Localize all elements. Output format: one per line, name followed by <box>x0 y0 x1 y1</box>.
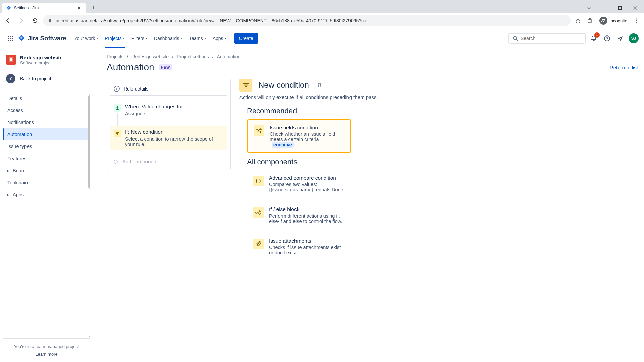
sidebar-item-toolchain[interactable]: Toolchain <box>3 177 90 189</box>
filter-icon <box>239 79 252 92</box>
user-avatar[interactable]: SJ <box>629 33 639 43</box>
rule-step-when[interactable]: When: Value changes for Assignee <box>110 100 227 120</box>
close-button[interactable] <box>628 3 643 13</box>
sidebar-scrollbar[interactable]: ▴ ▾ <box>88 92 90 338</box>
nav-apps[interactable]: Apps▾ <box>210 33 229 44</box>
project-header[interactable]: Redesign website Software project <box>3 55 90 65</box>
breadcrumbs: Projects/ Redesign website/ Project sett… <box>107 54 638 59</box>
component-advanced-compare[interactable]: Advanced compare condition Compares two … <box>247 170 351 197</box>
condition-icon <box>114 130 121 137</box>
sidebar-item-board[interactable]: ▸Board <box>3 165 90 177</box>
svg-rect-4 <box>589 18 591 20</box>
back-button[interactable] <box>3 15 13 26</box>
rule-step-condition[interactable]: If: New condition Select a condition to … <box>110 126 227 150</box>
sidebar-item-issue-types[interactable]: Issue types <box>3 140 90 153</box>
picker-description: Actions will only execute if all conditi… <box>239 94 474 100</box>
bookmark-star-icon[interactable] <box>573 16 583 25</box>
product-name: Jira Software <box>28 35 66 42</box>
shuffle-icon <box>254 125 264 136</box>
new-badge: NEW <box>159 64 172 70</box>
notifications-button[interactable]: 1 <box>588 33 599 44</box>
branch-icon <box>253 207 264 218</box>
add-circle-icon <box>114 160 118 164</box>
sidebar-item-apps[interactable]: ▸Apps <box>3 189 90 201</box>
jira-mark-icon <box>17 34 25 42</box>
project-type: Software project <box>20 60 63 65</box>
jira-logo[interactable]: Jira Software <box>17 34 66 42</box>
attachment-icon <box>253 239 264 249</box>
lock-icon <box>48 18 52 23</box>
browser-menu-icon[interactable] <box>632 16 641 25</box>
breadcrumb-projects[interactable]: Projects <box>107 54 124 59</box>
delete-icon[interactable] <box>316 82 322 88</box>
info-icon: i <box>114 86 120 92</box>
jira-topnav: Jira Software Your work▾ Projects▾ Filte… <box>0 28 644 48</box>
project-name: Redesign website <box>20 55 63 60</box>
section-recommended: Recommended <box>247 107 474 115</box>
add-component-button[interactable]: Add component <box>110 157 227 166</box>
nav-projects[interactable]: Projects▾ <box>102 33 127 44</box>
trigger-icon <box>114 104 121 112</box>
incognito-icon <box>599 17 607 25</box>
breadcrumb-project[interactable]: Redesign website <box>131 54 169 59</box>
svg-line-11 <box>516 39 518 41</box>
extensions-icon[interactable] <box>585 16 595 25</box>
svg-rect-25 <box>260 210 261 212</box>
chevron-right-icon: ▸ <box>7 169 9 173</box>
app-switcher-icon[interactable] <box>5 33 16 44</box>
learn-more-link[interactable]: Learn more <box>5 352 88 357</box>
nav-filters[interactable]: Filters▾ <box>129 33 150 44</box>
condition-picker: New condition Actions will only execute … <box>239 79 474 357</box>
breadcrumb-settings[interactable]: Project settings <box>177 54 209 59</box>
back-arrow-icon <box>6 74 15 83</box>
tab-title: Settings - Jira <box>14 6 74 10</box>
close-icon[interactable]: ✕ <box>76 5 82 11</box>
svg-rect-1 <box>619 7 622 10</box>
component-issue-attachments[interactable]: Issue attachments Checks if issue attach… <box>247 233 351 260</box>
rule-details-header[interactable]: i Rule details <box>110 82 227 96</box>
maximize-button[interactable] <box>612 3 627 13</box>
svg-point-13 <box>607 39 607 40</box>
tabs-dropdown-icon[interactable] <box>582 3 596 13</box>
browser-tab[interactable]: Settings - Jira ✕ <box>2 3 86 13</box>
nav-dashboards[interactable]: Dashboards▾ <box>151 33 185 44</box>
nav-your-work[interactable]: Your work▾ <box>71 33 101 44</box>
create-button[interactable]: Create <box>234 33 258 44</box>
component-issue-fields-condition[interactable]: Issue fields condition Check whether an … <box>247 119 351 153</box>
svg-point-7 <box>636 19 637 20</box>
back-to-project[interactable]: Back to project <box>3 71 90 86</box>
sidebar-item-notifications[interactable]: Notifications <box>3 116 90 128</box>
minimize-button[interactable] <box>597 3 612 13</box>
chevron-down-icon: ▾ <box>146 36 147 40</box>
incognito-indicator[interactable]: Incognito <box>597 17 629 25</box>
settings-button[interactable] <box>615 33 626 44</box>
help-button[interactable] <box>602 33 612 44</box>
search-input[interactable] <box>521 36 582 41</box>
chevron-down-icon: ▾ <box>123 36 125 40</box>
component-if-else-block[interactable]: If / else block Perform different action… <box>247 202 351 229</box>
address-bar[interactable]: uifeed.atlassian.net/jira/software/proje… <box>43 15 571 26</box>
svg-point-9 <box>636 22 637 23</box>
section-all-components: All components <box>247 158 474 166</box>
chevron-down-icon: ▾ <box>204 36 206 40</box>
svg-point-6 <box>604 21 605 22</box>
nav-teams[interactable]: Teams▾ <box>186 33 208 44</box>
svg-point-14 <box>620 37 622 39</box>
chevron-right-icon: ▸ <box>7 193 9 197</box>
sidebar-item-details[interactable]: Details <box>3 92 90 104</box>
search-field[interactable] <box>508 33 586 44</box>
main-content: Projects/ Redesign website/ Project sett… <box>93 48 644 362</box>
new-tab-button[interactable]: + <box>89 3 98 13</box>
page-title: Automation <box>107 62 154 73</box>
chevron-down-icon: ▾ <box>180 36 182 40</box>
sidebar-item-automation[interactable]: Automation <box>3 128 90 140</box>
browser-toolbar: uifeed.atlassian.net/jira/software/proje… <box>0 13 644 28</box>
return-to-list-link[interactable]: Return to list <box>610 65 638 70</box>
sidebar-item-access[interactable]: Access <box>3 104 90 116</box>
forward-button[interactable] <box>16 15 27 26</box>
chevron-down-icon: ▾ <box>225 36 226 40</box>
reload-button[interactable] <box>30 15 40 26</box>
sidebar-item-features[interactable]: Features <box>3 153 90 165</box>
browser-tab-strip: Settings - Jira ✕ + <box>0 0 644 13</box>
breadcrumb-automation[interactable]: Automation <box>217 54 240 59</box>
